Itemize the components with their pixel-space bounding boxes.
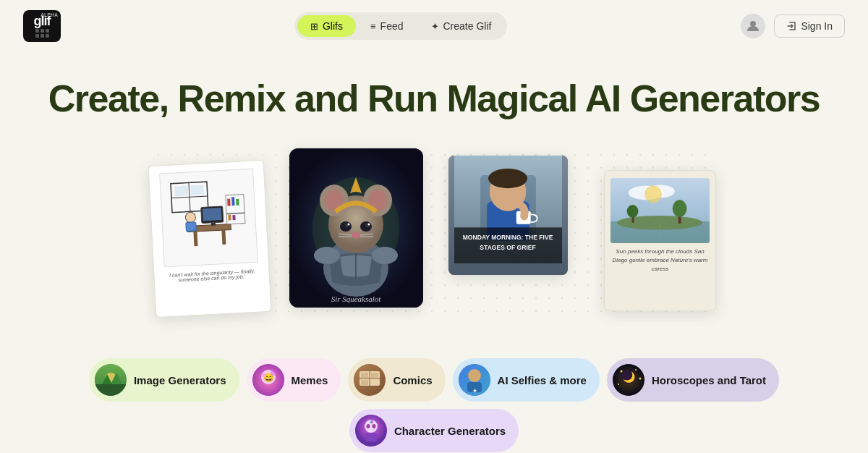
hero-title: Create, Remix and Run Magical AI Generat… bbox=[14, 78, 854, 119]
svg-point-61 bbox=[673, 200, 687, 217]
svg-rect-99 bbox=[365, 433, 377, 441]
glifs-label: Glifs bbox=[323, 20, 343, 32]
nav-tab-group: ⊞ Glifs ≡ Feed ✦ Create Glif bbox=[294, 12, 507, 40]
svg-text:✦: ✦ bbox=[472, 388, 477, 394]
category-memes[interactable]: 😄 Memes bbox=[247, 358, 341, 402]
svg-text:Sir Squeaksalot: Sir Squeaksalot bbox=[331, 295, 382, 303]
svg-point-98 bbox=[372, 424, 375, 428]
signin-icon bbox=[786, 21, 796, 31]
create-label: Create Glif bbox=[443, 20, 492, 32]
sign-in-button[interactable]: Sign In bbox=[774, 14, 845, 38]
comics-label: Comics bbox=[393, 374, 432, 386]
category-comics[interactable]: Comics bbox=[348, 358, 445, 402]
memes-label: Memes bbox=[292, 374, 328, 386]
haiku-poem: Sun peeks through the clouds San Diego g… bbox=[610, 247, 710, 274]
svg-rect-21 bbox=[232, 215, 235, 220]
monday-meme-image: MONDAY MORNING: THE FIVE STAGES OF GRIEF bbox=[448, 156, 568, 275]
svg-point-91 bbox=[639, 378, 641, 380]
svg-rect-12 bbox=[211, 223, 216, 226]
comic-cartoon-card[interactable]: 'I can't wait for the singularity — fina… bbox=[148, 160, 272, 318]
character-generators-label: Character Generators bbox=[394, 425, 506, 437]
categories-section: Image Generators 😄 Memes Comics ✦ AI Sel… bbox=[0, 322, 868, 453]
svg-point-92 bbox=[618, 384, 619, 385]
svg-point-0 bbox=[750, 21, 756, 27]
svg-point-27 bbox=[372, 247, 398, 264]
svg-text:MONDAY MORNING: THE FIVE: MONDAY MORNING: THE FIVE bbox=[463, 234, 553, 241]
svg-rect-8 bbox=[193, 232, 197, 246]
character-generators-thumb bbox=[355, 415, 387, 446]
navbar: glif ALPHA ⊞ Glifs ≡ Feed ✦ Create Glif bbox=[0, 0, 868, 52]
mouse-knight-image: Sir Squeaksalot bbox=[289, 148, 423, 308]
svg-point-63 bbox=[627, 205, 639, 218]
memes-thumb: 😄 bbox=[252, 364, 284, 396]
svg-rect-11 bbox=[203, 208, 222, 221]
svg-point-90 bbox=[635, 369, 637, 371]
image-generators-thumb bbox=[95, 364, 127, 396]
svg-point-73 bbox=[261, 373, 265, 377]
svg-point-13 bbox=[185, 212, 196, 223]
feed-label: Feed bbox=[380, 20, 404, 32]
logo-alpha-badge: ALPHA bbox=[41, 12, 58, 17]
nav-right: Sign In bbox=[741, 14, 845, 38]
svg-text:STAGES OF GRIEF: STAGES OF GRIEF bbox=[480, 244, 535, 251]
mouse-knight-card[interactable]: g Make any animal a medieval knight bbox=[289, 148, 423, 308]
feed-icon: ≡ bbox=[370, 21, 376, 32]
comic-svg bbox=[163, 172, 254, 263]
glifs-icon: ⊞ bbox=[310, 21, 318, 32]
tab-glifs[interactable]: ⊞ Glifs bbox=[297, 15, 356, 37]
svg-rect-9 bbox=[221, 230, 226, 245]
svg-text:🌙: 🌙 bbox=[622, 371, 635, 384]
svg-rect-79 bbox=[361, 373, 368, 378]
svg-rect-20 bbox=[228, 215, 231, 221]
haiku-weather-card[interactable]: Sun peeks through the clouds San Diego g… bbox=[604, 170, 716, 311]
svg-rect-6 bbox=[190, 185, 204, 196]
signin-label: Sign In bbox=[801, 20, 833, 32]
svg-rect-14 bbox=[186, 222, 197, 232]
svg-point-49 bbox=[488, 169, 527, 188]
tab-feed[interactable]: ≡ Feed bbox=[357, 15, 417, 37]
haiku-svg bbox=[610, 178, 710, 243]
svg-point-37 bbox=[348, 224, 350, 226]
category-ai-selfies[interactable]: ✦ AI Selfies & more bbox=[453, 358, 600, 402]
svg-point-83 bbox=[468, 369, 481, 382]
meme-svg: MONDAY MORNING: THE FIVE STAGES OF GRIEF bbox=[454, 156, 562, 269]
comic-drawing bbox=[159, 169, 258, 268]
haiku-landscape bbox=[610, 178, 710, 243]
logo-box: glif ALPHA bbox=[23, 10, 61, 42]
ai-selfies-label: AI Selfies & more bbox=[498, 374, 587, 386]
hero-section: Create, Remix and Run Magical AI Generat… bbox=[0, 52, 868, 134]
svg-rect-16 bbox=[227, 199, 231, 206]
svg-point-26 bbox=[314, 247, 340, 264]
category-character-generators[interactable]: Character Generators bbox=[349, 409, 519, 452]
svg-point-89 bbox=[620, 371, 622, 373]
svg-rect-5 bbox=[174, 186, 188, 197]
svg-point-57 bbox=[644, 186, 662, 203]
category-horoscopes[interactable]: 🌙 Horoscopes and Tarot bbox=[607, 358, 779, 402]
image-generators-label: Image Generators bbox=[134, 374, 226, 386]
avatar-button[interactable] bbox=[741, 14, 765, 38]
cards-area: 'I can't wait for the singularity — fina… bbox=[152, 148, 716, 322]
monday-meme-card[interactable]: g Meme about Monday morning bbox=[448, 156, 568, 275]
svg-rect-17 bbox=[231, 197, 235, 206]
mouse-svg: Sir Squeaksalot bbox=[289, 148, 423, 308]
svg-point-39 bbox=[352, 232, 360, 238]
comics-thumb bbox=[354, 364, 386, 396]
logo-dots bbox=[35, 29, 49, 38]
svg-rect-81 bbox=[361, 380, 368, 385]
haiku-inner: Sun peeks through the clouds San Diego g… bbox=[605, 171, 715, 310]
comic-caption: 'I can't wait for the singularity — fina… bbox=[161, 268, 262, 284]
user-icon bbox=[746, 19, 760, 33]
horoscopes-thumb: 🌙 bbox=[613, 364, 644, 396]
svg-rect-66 bbox=[95, 384, 127, 396]
logo[interactable]: glif ALPHA bbox=[23, 10, 61, 42]
svg-rect-80 bbox=[371, 373, 378, 378]
tab-create-glif[interactable]: ✦ Create Glif bbox=[418, 15, 505, 37]
ai-selfies-thumb: ✦ bbox=[459, 364, 490, 396]
horoscopes-label: Horoscopes and Tarot bbox=[652, 374, 766, 386]
svg-point-74 bbox=[271, 370, 276, 376]
create-icon: ✦ bbox=[431, 21, 439, 32]
category-image-generators[interactable]: Image Generators bbox=[89, 358, 239, 402]
svg-point-97 bbox=[366, 424, 370, 428]
svg-rect-18 bbox=[236, 199, 239, 206]
svg-point-38 bbox=[368, 224, 370, 226]
